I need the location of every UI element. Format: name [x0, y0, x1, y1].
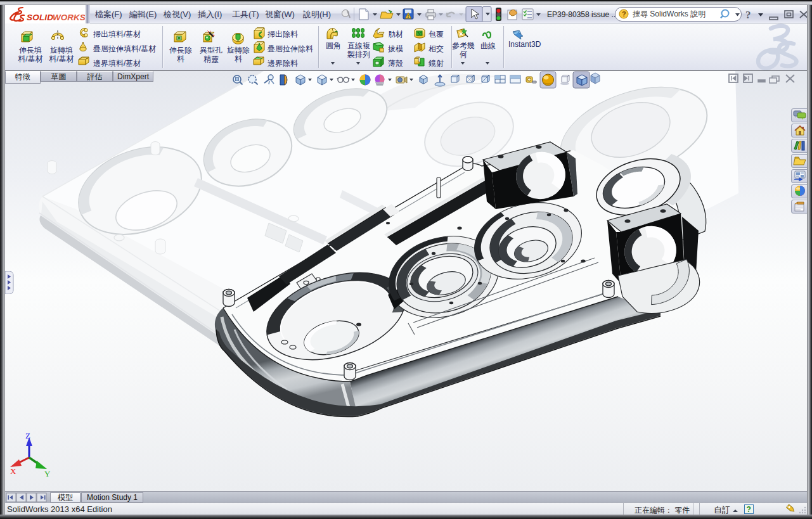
- svg-text:WORKS: WORKS: [53, 13, 85, 22]
- svg-text:SOLID: SOLID: [27, 13, 53, 22]
- svg-text:X: X: [10, 466, 16, 476]
- svg-text:?: ?: [622, 10, 626, 18]
- svg-text:?: ?: [747, 505, 751, 514]
- svg-text:!: !: [408, 13, 409, 19]
- svg-text:Y: Y: [44, 469, 51, 478]
- svg-text:Z: Z: [25, 431, 30, 440]
- svg-text:?: ?: [745, 9, 751, 21]
- svg-text:30: 30: [417, 32, 422, 36]
